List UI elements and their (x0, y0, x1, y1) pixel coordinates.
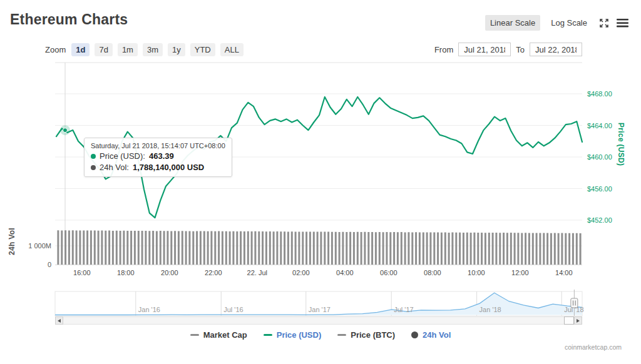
from-date-input[interactable] (458, 43, 511, 56)
time-axis-tick: 10:00 (458, 269, 495, 276)
time-axis-tick: 22. Jul (238, 269, 276, 276)
navigator-axis-tick: Jan '16 (138, 306, 160, 313)
right-triangle-icon (577, 319, 580, 323)
from-label: From (434, 45, 453, 54)
date-range: From To (434, 43, 582, 56)
volume-axis-tick: 0 (13, 261, 51, 268)
time-axis-tick: 22:00 (195, 269, 232, 276)
to-label: To (516, 45, 525, 54)
line-marker-icon (190, 334, 199, 336)
tooltip-timestamp: Saturday, Jul 21 2018, 15:14:07 UTC+08:0… (91, 142, 225, 149)
zoom-buttons: 1d7d1m3m1yYTDALL (71, 43, 249, 56)
time-axis-tick: 02:00 (282, 269, 320, 276)
tooltip-row-price-usd: Price (USD): 463.39 (91, 151, 225, 161)
time-axis-tick: 08:00 (414, 269, 451, 276)
navigator-scrollbar-thumb[interactable] (564, 316, 574, 325)
navigator-axis-tick: Jul '18 (564, 306, 583, 313)
time-axis-tick: 12:00 (501, 269, 539, 276)
legend-item-24h-vol[interactable]: 24h Vol (411, 330, 451, 340)
zoom-button-1m[interactable]: 1m (118, 43, 138, 56)
navigator-scrollbar-track[interactable] (55, 316, 582, 325)
tooltip-rows: Price (USD): 463.3924h Vol: 1,788,140,00… (91, 151, 225, 172)
zoom-label: Zoom (45, 45, 66, 54)
left-triangle-icon (58, 319, 61, 323)
price-axis-tick: $452.00 (587, 216, 612, 224)
circle-marker-icon (411, 331, 418, 338)
watermark: coinmarketcap.com (565, 343, 622, 351)
scrollbar-right-arrow[interactable] (574, 316, 582, 325)
line-marker-icon (264, 334, 272, 336)
line-marker-icon (337, 334, 346, 336)
zoom-range-selector: Zoom 1d7d1m3m1yYTDALL (45, 43, 249, 56)
time-axis-tick: 04:00 (326, 269, 364, 276)
fullscreen-icon[interactable] (598, 18, 610, 29)
time-axis-tick: 14:00 (545, 269, 583, 276)
zoom-button-3m[interactable]: 3m (143, 43, 163, 56)
header-controls: Linear Scale Log Scale (485, 15, 628, 31)
navigator-axis-tick: Jul '16 (223, 306, 243, 313)
price-axis-tick: $468.00 (587, 90, 612, 98)
series-dot-icon (91, 154, 96, 159)
tooltip-row-24h-vol: 24h Vol: 1,788,140,000 USD (91, 163, 225, 172)
chart-context-menu-icon[interactable] (616, 18, 628, 29)
chart-legend: Market CapPrice (USD)Price (BTC)24h Vol (0, 330, 641, 340)
time-axis-tick: 18:00 (107, 269, 145, 276)
to-date-input[interactable] (530, 43, 582, 56)
chart-tooltip: Saturday, Jul 21 2018, 15:14:07 UTC+08:0… (84, 138, 232, 177)
legend-item-price-btc[interactable]: Price (BTC) (337, 330, 395, 340)
volume-axis-title: 24h Vol (8, 228, 16, 255)
time-axis-tick: 06:00 (370, 269, 408, 276)
zoom-button-1d[interactable]: 1d (71, 43, 90, 56)
navigator-axis-tick: Jul '17 (394, 306, 413, 313)
price-axis-tick: $464.00 (587, 122, 612, 129)
zoom-button-1y[interactable]: 1y (168, 43, 185, 56)
navigator-axis-tick: Jan '18 (479, 306, 501, 313)
legend-item-market-cap[interactable]: Market Cap (190, 330, 247, 340)
legend-item-price-usd[interactable]: Price (USD) (264, 330, 322, 340)
ethereum-charts-page: Ethereum Charts Linear Scale Log Scale Z… (0, 0, 641, 364)
series-dot-icon (91, 165, 96, 170)
time-axis-tick: 16:00 (63, 269, 101, 276)
scrollbar-left-arrow[interactable] (55, 316, 63, 325)
log-scale-button[interactable]: Log Scale (546, 15, 592, 31)
zoom-button-7d[interactable]: 7d (95, 43, 112, 56)
volume-axis-tick: 1 000M (13, 242, 51, 250)
price-axis-tick: $456.00 (587, 185, 612, 193)
time-axis-tick: 20:00 (151, 269, 188, 276)
price-axis-title: Price (USD) (617, 123, 625, 166)
zoom-button-ytd[interactable]: YTD (190, 43, 215, 56)
linear-scale-button[interactable]: Linear Scale (485, 15, 540, 31)
navigator-axis-tick: Jan '17 (309, 306, 331, 313)
zoom-button-all[interactable]: ALL (220, 43, 244, 56)
price-axis-tick: $460.00 (587, 153, 612, 161)
navigator-handle[interactable] (571, 298, 578, 308)
page-title: Ethereum Charts (10, 11, 128, 28)
